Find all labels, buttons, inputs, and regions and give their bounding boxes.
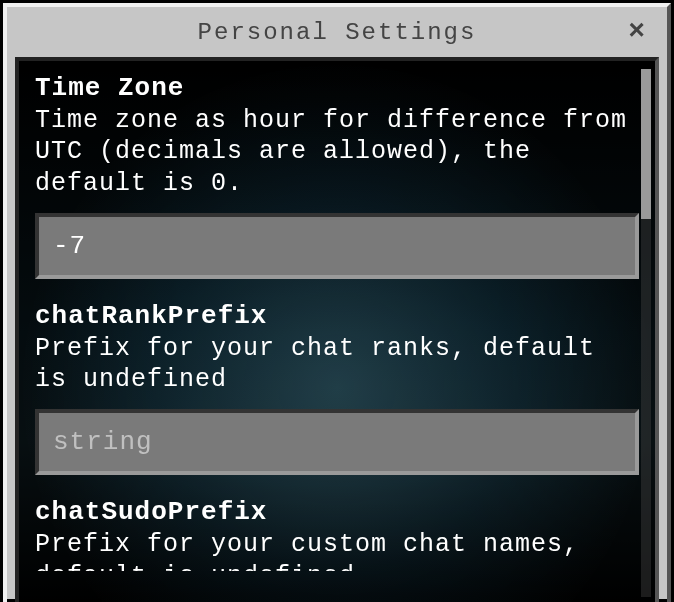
setting-description: Time zone as hour for difference from UT… [35, 105, 639, 199]
scrollbar-thumb[interactable] [641, 69, 651, 219]
scrollbar-track[interactable] [641, 69, 651, 597]
setting-chat-rank-prefix: chatRankPrefix Prefix for your chat rank… [35, 301, 639, 476]
content-scroll[interactable]: Time Zone Time zone as hour for differen… [19, 61, 655, 602]
dialog-inner: Personal Settings × Time Zone Time zone … [3, 3, 671, 602]
setting-title: Time Zone [35, 73, 639, 103]
content-wrapper: Time Zone Time zone as hour for differen… [15, 57, 659, 602]
setting-chat-sudo-prefix: chatSudoPrefix Prefix for your custom ch… [35, 497, 639, 571]
setting-title: chatRankPrefix [35, 301, 639, 331]
dialog-title: Personal Settings [198, 19, 477, 46]
setting-title: chatSudoPrefix [35, 497, 639, 527]
dialog-header: Personal Settings × [7, 7, 667, 57]
setting-description: Prefix for your chat ranks, default is u… [35, 333, 639, 396]
setting-description: Prefix for your custom chat names, defau… [35, 529, 639, 571]
chat-rank-prefix-input[interactable] [35, 409, 639, 475]
settings-dialog: Personal Settings × Time Zone Time zone … [0, 0, 674, 602]
setting-time-zone: Time Zone Time zone as hour for differen… [35, 73, 639, 279]
close-icon[interactable]: × [628, 18, 647, 46]
time-zone-input[interactable] [35, 213, 639, 279]
